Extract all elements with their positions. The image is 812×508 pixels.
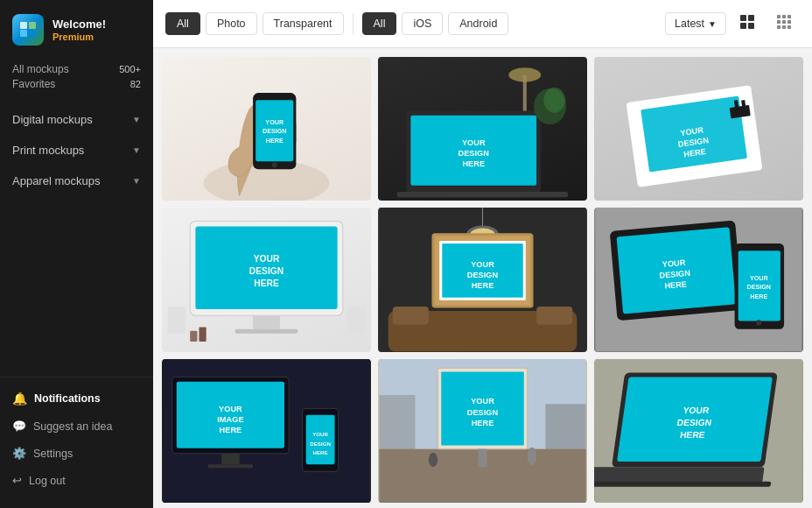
svg-rect-84 bbox=[221, 453, 240, 463]
svg-point-33 bbox=[543, 88, 565, 113]
filter-transparent-btn[interactable]: Transparent bbox=[262, 12, 344, 35]
filter-android-btn[interactable]: Android bbox=[448, 12, 508, 35]
mockup-card-4[interactable]: YOUR DESIGN HERE bbox=[162, 208, 371, 351]
apparel-mockups-label: Apparel mockups bbox=[12, 174, 100, 187]
svg-rect-51 bbox=[190, 331, 197, 342]
logo-icon bbox=[12, 14, 44, 46]
svg-text:DESIGN: DESIGN bbox=[676, 418, 712, 427]
mockup-card-5[interactable]: YOUR DESIGN HERE bbox=[378, 208, 587, 351]
svg-rect-2 bbox=[20, 22, 27, 29]
sidebar-item-logout[interactable]: ↩ Log out bbox=[0, 467, 153, 494]
svg-rect-5 bbox=[748, 15, 754, 21]
toolbar-divider bbox=[353, 13, 354, 34]
svg-rect-52 bbox=[199, 328, 206, 342]
svg-point-23 bbox=[272, 162, 277, 167]
logo-area: Welcome! Premium bbox=[0, 0, 153, 58]
sidebar-item-suggest[interactable]: 💬 Suggest an idea bbox=[0, 413, 153, 440]
filter-all-platform-btn[interactable]: All bbox=[362, 12, 397, 35]
sidebar: Welcome! Premium All mockups 500+ Favori… bbox=[0, 0, 153, 508]
svg-text:YOUR: YOUR bbox=[471, 397, 494, 406]
svg-rect-48 bbox=[235, 329, 298, 334]
mockup-grid: YOUR DESIGN HERE bbox=[162, 57, 803, 503]
svg-rect-109 bbox=[594, 467, 765, 483]
svg-text:DESIGN: DESIGN bbox=[310, 440, 331, 446]
digital-mockups-label: Digital mockups bbox=[12, 113, 93, 126]
svg-text:DESIGN: DESIGN bbox=[467, 407, 499, 416]
svg-text:IMAGE: IMAGE bbox=[217, 415, 243, 424]
filter-photo-btn[interactable]: Photo bbox=[206, 12, 257, 35]
imac-mockup: YOUR DESIGN HERE bbox=[162, 208, 371, 351]
svg-rect-47 bbox=[253, 316, 280, 329]
chevron-down-icon: ▼ bbox=[708, 19, 717, 29]
stat-value-fav: 82 bbox=[130, 79, 141, 89]
mockup-card-1[interactable]: YOUR DESIGN HERE bbox=[162, 57, 371, 201]
svg-text:HERE: HERE bbox=[220, 426, 242, 434]
multi-device-mockup: YOUR DESIGN HERE YOUR DESIGN HERE bbox=[594, 208, 803, 351]
sidebar-stats: All mockups 500+ Favorites 82 bbox=[0, 58, 153, 101]
svg-rect-110 bbox=[594, 481, 772, 486]
svg-rect-0 bbox=[20, 30, 27, 37]
filter-ios-btn[interactable]: iOS bbox=[402, 12, 443, 35]
filter-all-btn[interactable]: All bbox=[165, 12, 200, 35]
sidebar-item-settings[interactable]: ⚙️ Settings bbox=[0, 440, 153, 467]
svg-point-101 bbox=[429, 452, 438, 466]
settings-label: Settings bbox=[33, 448, 73, 460]
logout-label: Log out bbox=[29, 475, 66, 487]
svg-rect-59 bbox=[536, 307, 572, 325]
svg-rect-13 bbox=[788, 20, 791, 24]
outdoor-dark-mockup: YOUR IMAGE HERE YOUR DESIGN HERE bbox=[162, 359, 371, 503]
svg-rect-14 bbox=[777, 25, 780, 29]
chevron-down-icon: ▼ bbox=[132, 115, 141, 124]
sidebar-item-digital-mockups[interactable]: Digital mockups ▼ bbox=[0, 104, 153, 135]
notifications-label: Notifications bbox=[34, 392, 101, 405]
stat-favorites: Favorites 82 bbox=[12, 78, 141, 90]
sort-button[interactable]: Latest ▼ bbox=[665, 12, 726, 35]
svg-point-77 bbox=[756, 321, 761, 326]
svg-text:DESIGN: DESIGN bbox=[747, 285, 772, 292]
sidebar-nav: Digital mockups ▼ Print mockups ▼ Appare… bbox=[0, 101, 153, 377]
grid-view-button[interactable] bbox=[732, 9, 763, 39]
logo-subtitle: Premium bbox=[52, 32, 106, 42]
svg-rect-58 bbox=[393, 307, 429, 325]
laptop-dark-mockup: YOUR DESIGN HERE bbox=[378, 57, 587, 201]
chat-icon: 💬 bbox=[12, 420, 26, 433]
laptop-gray-mockup: YOUR DESIGN HERE bbox=[594, 359, 803, 503]
mockup-grid-area: YOUR DESIGN HERE bbox=[153, 48, 812, 508]
svg-text:YOUR: YOUR bbox=[750, 275, 769, 282]
mockup-card-8[interactable]: YOUR DESIGN HERE bbox=[378, 359, 587, 503]
svg-text:HERE: HERE bbox=[679, 430, 705, 440]
svg-text:HERE: HERE bbox=[472, 419, 494, 427]
mockup-card-3[interactable]: YOUR DESIGN HERE bbox=[594, 57, 803, 201]
logo-title: Welcome! bbox=[52, 18, 106, 32]
svg-rect-85 bbox=[208, 464, 253, 468]
svg-point-102 bbox=[528, 447, 536, 465]
svg-rect-3 bbox=[29, 31, 36, 38]
stat-value-all: 500+ bbox=[119, 64, 141, 74]
svg-text:DESIGN: DESIGN bbox=[262, 128, 287, 135]
sidebar-item-apparel-mockups[interactable]: Apparel mockups ▼ bbox=[0, 166, 153, 196]
svg-text:YOUR: YOUR bbox=[254, 254, 280, 264]
svg-rect-8 bbox=[777, 15, 780, 18]
mockup-card-7[interactable]: YOUR IMAGE HERE YOUR DESIGN HERE bbox=[162, 359, 371, 503]
svg-rect-7 bbox=[748, 23, 754, 29]
grid-3x3-icon bbox=[776, 14, 792, 30]
svg-rect-31 bbox=[397, 192, 568, 197]
sidebar-item-print-mockups[interactable]: Print mockups ▼ bbox=[0, 135, 153, 166]
mockup-card-2[interactable]: YOUR DESIGN HERE bbox=[378, 57, 587, 201]
svg-rect-11 bbox=[777, 20, 780, 24]
svg-text:HERE: HERE bbox=[472, 282, 494, 291]
svg-text:DESIGN: DESIGN bbox=[458, 149, 490, 158]
suggest-label: Suggest an idea bbox=[33, 420, 112, 433]
mockup-card-6[interactable]: YOUR DESIGN HERE YOUR DESIGN HERE bbox=[594, 208, 803, 351]
mockup-card-9[interactable]: YOUR DESIGN HERE bbox=[594, 359, 803, 503]
svg-text:YOUR: YOUR bbox=[471, 260, 494, 269]
logo-text: Welcome! Premium bbox=[52, 18, 106, 42]
svg-text:HERE: HERE bbox=[313, 448, 328, 455]
svg-rect-4 bbox=[740, 15, 746, 21]
dots-view-button[interactable] bbox=[768, 9, 800, 39]
chevron-down-icon: ▼ bbox=[132, 145, 141, 155]
card-binder-mockup: YOUR DESIGN HERE bbox=[594, 57, 803, 201]
svg-rect-1 bbox=[29, 22, 36, 29]
sidebar-item-notifications[interactable]: 🔔 Notifications bbox=[0, 385, 153, 413]
svg-text:YOUR: YOUR bbox=[682, 405, 710, 414]
